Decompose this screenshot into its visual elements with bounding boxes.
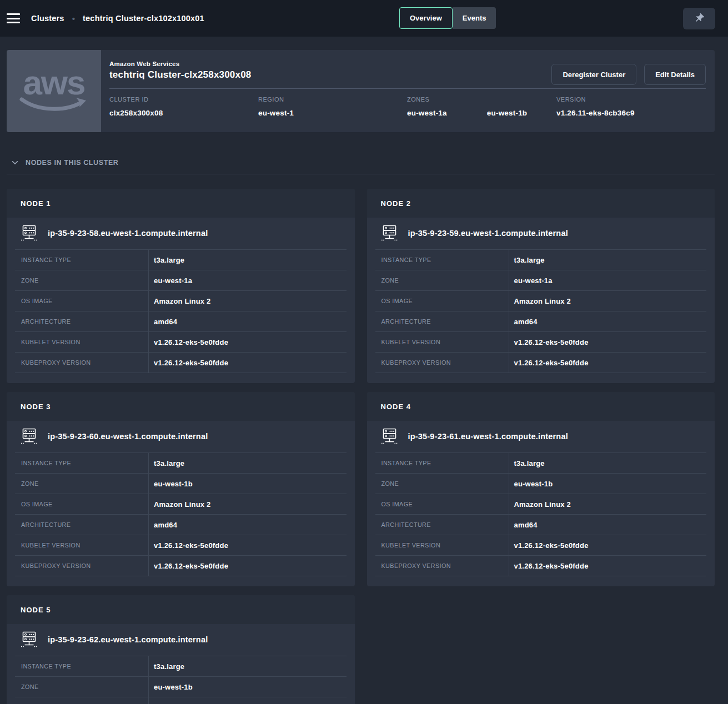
deregister-cluster-button[interactable]: Deregister Cluster <box>551 64 636 85</box>
node-field-label: OS IMAGE <box>375 291 509 311</box>
node-field-label: INSTANCE TYPE <box>15 250 149 270</box>
node-field-label: ZONE <box>15 474 149 494</box>
node-field-value: Amazon Linux 2 <box>509 291 707 311</box>
zones-cell: ZONES eu-west-1a eu-west-1b <box>407 96 556 117</box>
node-field-label: OS IMAGE <box>15 697 149 704</box>
node-field-row: INSTANCE TYPEt3a.large <box>15 656 347 677</box>
node-field-label: INSTANCE TYPE <box>375 250 509 270</box>
node-field-label: KUBEPROXY VERSION <box>375 556 509 576</box>
node-field-value: eu-west-1b <box>149 474 347 494</box>
nodes-section-toggle[interactable]: NODES IN THIS CLUSTER <box>7 132 715 167</box>
node-field-row: ZONEeu-west-1b <box>15 677 347 697</box>
node-field-row: ZONEeu-west-1b <box>15 474 347 494</box>
node-field-row: KUBEPROXY VERSIONv1.26.12-eks-5e0fdde <box>15 353 347 373</box>
server-icon <box>381 428 398 444</box>
node-card-title: NODE 1 <box>7 189 355 218</box>
node-field-label: INSTANCE TYPE <box>15 656 149 676</box>
node-field-row: INSTANCE TYPEt3a.large <box>15 453 347 474</box>
cluster-id-cell: CLUSTER ID clx258x300x08 <box>109 96 258 117</box>
menu-icon[interactable] <box>7 13 20 23</box>
node-field-row: KUBELET VERSIONv1.26.12-eks-5e0fdde <box>375 535 707 556</box>
node-field-row: KUBEPROXY VERSIONv1.26.12-eks-5e0fdde <box>375 556 707 576</box>
view-tabs: Overview Events <box>399 7 496 29</box>
node-card-title: NODE 4 <box>367 392 715 421</box>
nodes-section-title: NODES IN THIS CLUSTER <box>26 159 118 167</box>
version-value: v1.26.11-eks-8cb36c9 <box>556 109 706 117</box>
server-icon <box>21 225 38 241</box>
region-cell: REGION eu-west-1 <box>258 96 407 117</box>
node-field-value: t3a.large <box>149 656 347 676</box>
node-field-row: INSTANCE TYPEt3a.large <box>375 453 707 474</box>
node-field-row: OS IMAGEAmazon Linux 2 <box>375 494 707 515</box>
node-field-value: eu-west-1a <box>509 270 707 290</box>
node-field-label: ZONE <box>375 270 509 290</box>
region-value: eu-west-1 <box>258 109 407 117</box>
node-details-table: INSTANCE TYPEt3a.largeZONEeu-west-1aOS I… <box>15 249 347 373</box>
node-field-row: KUBELET VERSIONv1.26.12-eks-5e0fdde <box>15 535 347 556</box>
node-field-value: v1.26.12-eks-5e0fdde <box>509 353 707 373</box>
main-content: aws Amazon Web Services techtriq Cluster… <box>0 50 728 704</box>
pushpin-icon <box>694 13 705 24</box>
node-field-row: INSTANCE TYPEt3a.large <box>375 250 707 270</box>
node-field-label: ZONE <box>15 677 149 697</box>
node-field-label: INSTANCE TYPE <box>375 453 509 473</box>
node-field-label: OS IMAGE <box>15 494 149 514</box>
cluster-actions: Deregister Cluster Edit Details <box>551 64 706 85</box>
node-hostname-row: ip-35-9-23-59.eu-west-1.compute.internal <box>367 218 715 249</box>
node-field-row: ZONEeu-west-1a <box>375 270 707 291</box>
node-field-value: eu-west-1b <box>149 677 347 697</box>
node-field-value: Amazon Linux 2 <box>149 697 347 704</box>
node-field-value: v1.26.12-eks-5e0fdde <box>149 556 347 576</box>
node-field-label: KUBELET VERSION <box>375 332 509 352</box>
node-card-title: NODE 3 <box>7 392 355 421</box>
node-field-row: ARCHITECTUREamd64 <box>15 515 347 535</box>
node-field-row: KUBELET VERSIONv1.26.12-eks-5e0fdde <box>375 332 707 353</box>
node-field-row: ZONEeu-west-1b <box>375 474 707 494</box>
node-field-label: ZONE <box>375 474 509 494</box>
node-hostname-row: ip-35-9-23-60.eu-west-1.compute.internal <box>7 421 355 452</box>
edit-details-button[interactable]: Edit Details <box>644 64 706 85</box>
server-icon <box>21 631 38 647</box>
node-field-label: OS IMAGE <box>15 291 149 311</box>
node-field-value: t3a.large <box>149 453 347 473</box>
node-card-title: NODE 2 <box>367 189 715 218</box>
node-field-label: ARCHITECTURE <box>15 311 149 331</box>
node-details-table: INSTANCE TYPEt3a.largeZONEeu-west-1bOS I… <box>375 452 707 576</box>
node-card: NODE 5 ip-35-9-23-62.eu-west-1.compute.i… <box>7 595 355 704</box>
pin-button[interactable] <box>683 8 715 29</box>
node-card: NODE 3 ip-35-9-23-60.eu-west-1.compute.i… <box>7 392 355 586</box>
node-field-row: ARCHITECTUREamd64 <box>375 515 707 535</box>
node-field-value: amd64 <box>149 515 347 535</box>
breadcrumb-clusters-link[interactable]: Clusters <box>31 14 64 23</box>
tab-events[interactable]: Events <box>453 7 496 29</box>
node-field-label: ARCHITECTURE <box>375 311 509 331</box>
zone-b-value: eu-west-1b <box>487 109 528 117</box>
node-field-label: OS IMAGE <box>375 494 509 514</box>
cluster-id-label: CLUSTER ID <box>109 96 258 103</box>
node-hostname: ip-35-9-23-58.eu-west-1.compute.internal <box>48 229 208 238</box>
node-field-row: OS IMAGEAmazon Linux 2 <box>15 494 347 515</box>
node-field-value: Amazon Linux 2 <box>149 291 347 311</box>
node-details-table: INSTANCE TYPEt3a.largeZONEeu-west-1bOS I… <box>15 656 347 704</box>
cluster-id-value: clx258x300x08 <box>109 109 258 117</box>
version-cell: VERSION v1.26.11-eks-8cb36c9 <box>556 96 706 117</box>
tab-overview[interactable]: Overview <box>399 7 453 29</box>
node-field-label: ZONE <box>15 270 149 290</box>
breadcrumb-separator-dot: • <box>72 14 75 23</box>
node-field-value: v1.26.12-eks-5e0fdde <box>509 332 707 352</box>
node-hostname-row: ip-35-9-23-58.eu-west-1.compute.internal <box>7 218 355 249</box>
node-field-value: v1.26.12-eks-5e0fdde <box>149 353 347 373</box>
server-icon <box>381 225 398 241</box>
node-field-row: OS IMAGEAmazon Linux 2 <box>15 291 347 311</box>
node-field-value: Amazon Linux 2 <box>509 494 707 514</box>
node-field-value: v1.26.12-eks-5e0fdde <box>149 332 347 352</box>
node-hostname: ip-35-9-23-62.eu-west-1.compute.internal <box>48 635 208 644</box>
node-field-value: v1.26.12-eks-5e0fdde <box>149 535 347 555</box>
node-field-value: t3a.large <box>509 250 707 270</box>
node-field-label: KUBEPROXY VERSION <box>15 556 149 576</box>
node-hostname: ip-35-9-23-61.eu-west-1.compute.internal <box>408 432 568 441</box>
node-field-label: INSTANCE TYPE <box>15 453 149 473</box>
version-label: VERSION <box>556 96 706 103</box>
region-label: REGION <box>258 96 407 103</box>
server-icon <box>21 428 38 444</box>
